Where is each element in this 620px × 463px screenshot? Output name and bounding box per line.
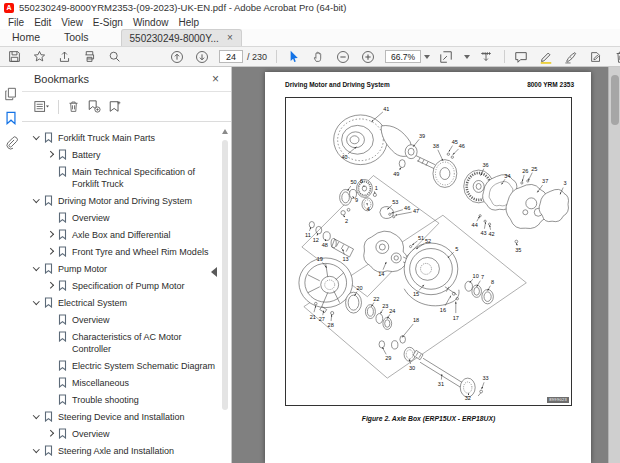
callout-number: 51 — [418, 235, 424, 241]
bookmark-item[interactable]: Characteristics of AC Motor Controller — [22, 328, 219, 357]
bookmark-item[interactable]: Driving Motor and Driving System — [22, 192, 219, 209]
bookmark-ribbon-icon — [42, 445, 55, 457]
callout-number: 25 — [531, 166, 537, 172]
chevron-down-icon[interactable] — [30, 263, 42, 275]
chevron-right-icon[interactable] — [44, 246, 56, 258]
callout-number: 49 — [393, 171, 399, 177]
callout-leader-line — [482, 382, 484, 389]
fit-page-caret-icon[interactable] — [464, 55, 470, 59]
page-number-input[interactable]: 24 — [219, 50, 243, 63]
zoom-caret-icon[interactable] — [424, 55, 430, 59]
bookmark-item[interactable]: Overview — [22, 311, 219, 328]
chevron-down-icon[interactable] — [30, 195, 42, 207]
bookmark-ribbon-icon — [56, 428, 69, 440]
bookmark-item[interactable]: Steering Device and Installation — [22, 408, 219, 425]
menu-help[interactable]: Help — [173, 17, 204, 28]
bookmark-item[interactable]: Trouble shooting — [22, 391, 219, 408]
callout-number: 46 — [459, 143, 465, 149]
tagged-bookmark-icon[interactable] — [108, 100, 122, 113]
bookmark-item[interactable]: Main Technical Specification of Forklift… — [22, 163, 219, 192]
bookmark-item[interactable]: Pump Motor — [22, 260, 219, 277]
attachments-icon[interactable] — [4, 136, 19, 151]
next-page-icon[interactable] — [194, 49, 210, 65]
bookmarks-tab-icon[interactable] — [4, 111, 19, 126]
bookmark-options-icon[interactable] — [34, 100, 49, 113]
callout-number: 32 — [465, 395, 471, 401]
zoom-level-select[interactable]: 66.7% — [385, 50, 421, 63]
print-icon[interactable] — [81, 49, 97, 65]
callout-leader-line — [477, 216, 480, 221]
previous-page-icon[interactable] — [169, 49, 185, 65]
tab-home[interactable]: Home — [0, 28, 52, 46]
bookmark-item[interactable]: Forklift Truck Main Parts — [22, 129, 219, 146]
bookmark-item[interactable]: Specification of Pump Motor — [22, 277, 219, 294]
pdf-page: Driving Motor and Driving System 8000 YR… — [265, 72, 591, 463]
chevron-down-icon[interactable] — [30, 297, 42, 309]
chevron-down-icon[interactable] — [30, 411, 42, 423]
request-signature-icon[interactable] — [588, 49, 604, 65]
menu-window[interactable]: Window — [128, 17, 174, 28]
chevron-placeholder — [44, 394, 56, 406]
menu-file[interactable]: File — [3, 17, 29, 28]
tab-tools[interactable]: Tools — [52, 28, 101, 46]
page-thumbnails-icon[interactable] — [4, 87, 19, 102]
chevron-right-icon[interactable] — [44, 149, 56, 161]
chevron-placeholder — [44, 166, 56, 178]
collapse-panel-icon[interactable] — [211, 267, 217, 277]
save-icon[interactable] — [6, 49, 22, 65]
bookmark-item[interactable]: Miscellaneous — [22, 374, 219, 391]
favorites-star-icon[interactable] — [31, 49, 47, 65]
select-tool-icon[interactable] — [285, 49, 301, 65]
bookmark-item[interactable]: Battery — [22, 146, 219, 163]
new-bookmark-icon[interactable] — [87, 100, 101, 113]
menu-esign[interactable]: E-Sign — [88, 17, 128, 28]
hand-tool-icon[interactable] — [310, 49, 326, 65]
fill-sign-icon[interactable] — [563, 49, 579, 65]
highlight-icon[interactable] — [538, 49, 554, 65]
chevron-down-icon[interactable] — [30, 445, 42, 457]
tab-close-icon[interactable]: × — [227, 33, 233, 43]
bookmark-ribbon-icon — [56, 246, 69, 258]
close-panel-icon[interactable]: × — [210, 73, 221, 85]
share-icon[interactable] — [56, 49, 72, 65]
callout-number: 11 — [305, 232, 311, 238]
delete-bookmark-icon[interactable] — [67, 100, 80, 113]
scrollbar-thumb[interactable] — [222, 140, 228, 410]
scrollbar-thumb[interactable] — [611, 75, 619, 125]
callout-leader-line — [309, 227, 310, 231]
bookmark-item[interactable]: Electric System Schematic Diagram — [22, 357, 219, 374]
callout-number: 28 — [328, 322, 334, 328]
find-icon[interactable] — [106, 49, 122, 65]
bookmark-label: Miscellaneous — [72, 377, 129, 389]
chevron-right-icon[interactable] — [44, 428, 56, 440]
chevron-right-icon[interactable] — [44, 229, 56, 241]
chevron-right-icon[interactable] — [44, 280, 56, 292]
chevron-down-icon[interactable] — [30, 132, 42, 144]
fit-page-icon[interactable] — [438, 49, 454, 65]
bookmark-item[interactable]: Overview — [22, 425, 219, 442]
bookmark-item[interactable]: Electrical System — [22, 294, 219, 311]
fit-width-icon[interactable] — [478, 49, 494, 65]
scroll-up-icon[interactable] — [222, 129, 228, 134]
bookmarks-title: Bookmarks — [34, 73, 210, 85]
comment-icon[interactable] — [513, 49, 529, 65]
bookmark-ribbon-icon — [56, 280, 69, 292]
bookmark-label: Main Technical Specification of Forklift… — [72, 166, 217, 190]
bookmark-label: Characteristics of AC Motor Controller — [72, 331, 217, 355]
zoom-out-icon[interactable] — [335, 49, 351, 65]
callout-number: 26 — [522, 168, 528, 174]
bookmark-item[interactable]: Overview — [22, 209, 219, 226]
bookmark-item[interactable]: Front Tyre and Wheel Rim Models — [22, 243, 219, 260]
tab-document[interactable]: 550230249-8000Y... × — [121, 29, 242, 46]
callout-number: 5 — [455, 246, 458, 252]
callout-number: 33 — [483, 375, 489, 381]
menu-edit[interactable]: Edit — [29, 17, 56, 28]
document-scrollbar[interactable] — [608, 67, 620, 463]
bookmarks-scrollbar[interactable] — [220, 126, 230, 463]
menu-view[interactable]: View — [56, 17, 88, 28]
bookmark-item[interactable]: Axle Box and Differential — [22, 226, 219, 243]
figure-art-code: 8999023 — [547, 397, 569, 403]
delete-pages-icon[interactable] — [613, 49, 620, 65]
bookmark-item[interactable]: Steering Axle and Installation — [22, 442, 219, 459]
zoom-in-icon[interactable] — [360, 49, 376, 65]
